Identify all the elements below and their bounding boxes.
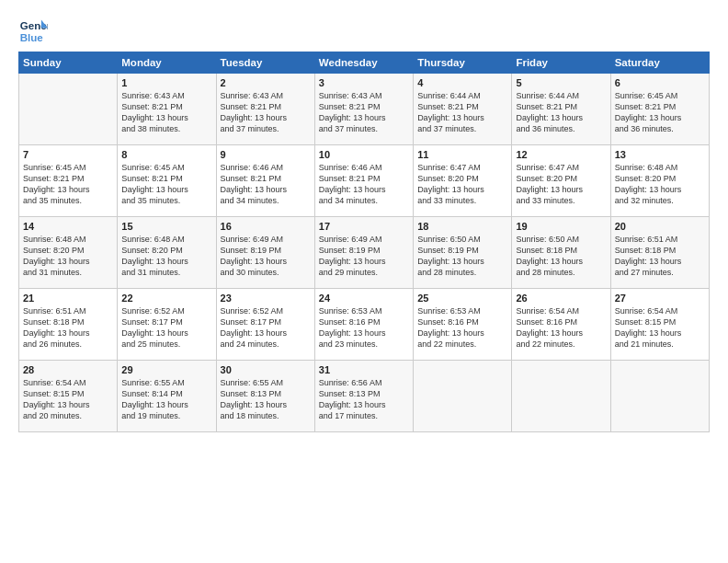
calendar-cell (512, 361, 610, 432)
day-number: 15 (121, 221, 211, 232)
calendar-cell: 23Sunrise: 6:52 AM Sunset: 8:17 PM Dayli… (216, 289, 314, 361)
day-number: 27 (615, 293, 705, 304)
calendar-cell: 5Sunrise: 6:44 AM Sunset: 8:21 PM Daylig… (512, 74, 610, 145)
logo-icon: General Blue (18, 17, 48, 46)
calendar-cell: 19Sunrise: 6:50 AM Sunset: 8:18 PM Dayli… (512, 217, 610, 289)
header: General Blue (18, 17, 710, 46)
day-number: 12 (516, 149, 606, 160)
day-number: 16 (221, 221, 311, 232)
calendar-cell (610, 361, 709, 432)
week-row-5: 28Sunrise: 6:54 AM Sunset: 8:15 PM Dayli… (19, 361, 710, 432)
day-number: 10 (319, 149, 409, 160)
svg-text:Blue: Blue (20, 32, 44, 43)
calendar-cell: 27Sunrise: 6:54 AM Sunset: 8:15 PM Dayli… (610, 289, 709, 361)
calendar-cell: 2Sunrise: 6:43 AM Sunset: 8:21 PM Daylig… (216, 74, 314, 145)
day-number: 17 (319, 221, 409, 232)
calendar-cell: 30Sunrise: 6:55 AM Sunset: 8:13 PM Dayli… (216, 361, 314, 432)
cell-content: Sunrise: 6:43 AM Sunset: 8:21 PM Dayligh… (221, 90, 311, 135)
column-headers: SundayMondayTuesdayWednesdayThursdayFrid… (19, 52, 710, 74)
calendar-cell: 12Sunrise: 6:47 AM Sunset: 8:20 PM Dayli… (512, 145, 610, 217)
calendar-cell: 6Sunrise: 6:45 AM Sunset: 8:21 PM Daylig… (610, 74, 709, 145)
calendar-cell: 17Sunrise: 6:49 AM Sunset: 8:19 PM Dayli… (314, 217, 413, 289)
calendar-cell: 15Sunrise: 6:48 AM Sunset: 8:20 PM Dayli… (118, 217, 216, 289)
column-header-sunday: Sunday (19, 52, 118, 74)
calendar-cell: 22Sunrise: 6:52 AM Sunset: 8:17 PM Dayli… (118, 289, 216, 361)
cell-content: Sunrise: 6:50 AM Sunset: 8:19 PM Dayligh… (417, 234, 507, 279)
cell-content: Sunrise: 6:48 AM Sunset: 8:20 PM Dayligh… (615, 162, 705, 207)
calendar-cell: 16Sunrise: 6:49 AM Sunset: 8:19 PM Dayli… (216, 217, 314, 289)
page-container: General Blue SundayMondayTuesdayWednesda… (0, 0, 728, 442)
day-number: 23 (221, 293, 311, 304)
calendar-cell (19, 74, 118, 145)
cell-content: Sunrise: 6:48 AM Sunset: 8:20 PM Dayligh… (23, 234, 113, 279)
cell-content: Sunrise: 6:44 AM Sunset: 8:21 PM Dayligh… (417, 90, 507, 135)
column-header-friday: Friday (512, 52, 610, 74)
cell-content: Sunrise: 6:52 AM Sunset: 8:17 PM Dayligh… (121, 305, 211, 350)
calendar-cell: 20Sunrise: 6:51 AM Sunset: 8:18 PM Dayli… (610, 217, 709, 289)
calendar-cell: 11Sunrise: 6:47 AM Sunset: 8:20 PM Dayli… (414, 145, 512, 217)
column-header-monday: Monday (118, 52, 216, 74)
cell-content: Sunrise: 6:45 AM Sunset: 8:21 PM Dayligh… (615, 90, 705, 135)
week-row-2: 7Sunrise: 6:45 AM Sunset: 8:21 PM Daylig… (19, 145, 710, 217)
calendar-cell: 28Sunrise: 6:54 AM Sunset: 8:15 PM Dayli… (19, 361, 118, 432)
calendar-table: SundayMondayTuesdayWednesdayThursdayFrid… (18, 52, 710, 432)
calendar-cell: 31Sunrise: 6:56 AM Sunset: 8:13 PM Dayli… (314, 361, 413, 432)
day-number: 25 (417, 293, 507, 304)
day-number: 9 (221, 149, 311, 160)
calendar-cell: 25Sunrise: 6:53 AM Sunset: 8:16 PM Dayli… (414, 289, 512, 361)
cell-content: Sunrise: 6:50 AM Sunset: 8:18 PM Dayligh… (516, 234, 606, 279)
calendar-cell: 26Sunrise: 6:54 AM Sunset: 8:16 PM Dayli… (512, 289, 610, 361)
day-number: 21 (23, 293, 113, 304)
logo: General Blue (18, 17, 48, 46)
cell-content: Sunrise: 6:49 AM Sunset: 8:19 PM Dayligh… (319, 234, 409, 279)
day-number: 11 (417, 149, 507, 160)
day-number: 7 (23, 149, 113, 160)
calendar-cell: 1Sunrise: 6:43 AM Sunset: 8:21 PM Daylig… (118, 74, 216, 145)
cell-content: Sunrise: 6:49 AM Sunset: 8:19 PM Dayligh… (221, 234, 311, 279)
day-number: 6 (615, 77, 705, 88)
cell-content: Sunrise: 6:46 AM Sunset: 8:21 PM Dayligh… (221, 162, 311, 207)
calendar-cell: 4Sunrise: 6:44 AM Sunset: 8:21 PM Daylig… (414, 74, 512, 145)
calendar-body: 1Sunrise: 6:43 AM Sunset: 8:21 PM Daylig… (19, 74, 710, 432)
cell-content: Sunrise: 6:45 AM Sunset: 8:21 PM Dayligh… (23, 162, 113, 207)
cell-content: Sunrise: 6:47 AM Sunset: 8:20 PM Dayligh… (516, 162, 606, 207)
day-number: 1 (121, 77, 211, 88)
day-number: 3 (319, 77, 409, 88)
calendar-cell: 24Sunrise: 6:53 AM Sunset: 8:16 PM Dayli… (314, 289, 413, 361)
day-number: 31 (319, 364, 409, 375)
calendar-cell: 13Sunrise: 6:48 AM Sunset: 8:20 PM Dayli… (610, 145, 709, 217)
day-number: 19 (516, 221, 606, 232)
cell-content: Sunrise: 6:51 AM Sunset: 8:18 PM Dayligh… (615, 234, 705, 279)
day-number: 28 (23, 364, 113, 375)
column-header-wednesday: Wednesday (314, 52, 413, 74)
calendar-cell: 29Sunrise: 6:55 AM Sunset: 8:14 PM Dayli… (118, 361, 216, 432)
day-number: 24 (319, 293, 409, 304)
cell-content: Sunrise: 6:56 AM Sunset: 8:13 PM Dayligh… (319, 377, 409, 422)
calendar-cell: 10Sunrise: 6:46 AM Sunset: 8:21 PM Dayli… (314, 145, 413, 217)
calendar-cell: 9Sunrise: 6:46 AM Sunset: 8:21 PM Daylig… (216, 145, 314, 217)
day-number: 4 (417, 77, 507, 88)
cell-content: Sunrise: 6:54 AM Sunset: 8:16 PM Dayligh… (516, 305, 606, 350)
calendar-cell: 21Sunrise: 6:51 AM Sunset: 8:18 PM Dayli… (19, 289, 118, 361)
cell-content: Sunrise: 6:48 AM Sunset: 8:20 PM Dayligh… (121, 234, 211, 279)
cell-content: Sunrise: 6:54 AM Sunset: 8:15 PM Dayligh… (23, 377, 113, 422)
day-number: 29 (121, 364, 211, 375)
cell-content: Sunrise: 6:54 AM Sunset: 8:15 PM Dayligh… (615, 305, 705, 350)
cell-content: Sunrise: 6:44 AM Sunset: 8:21 PM Dayligh… (516, 90, 606, 135)
cell-content: Sunrise: 6:52 AM Sunset: 8:17 PM Dayligh… (221, 305, 311, 350)
cell-content: Sunrise: 6:53 AM Sunset: 8:16 PM Dayligh… (319, 305, 409, 350)
day-number: 22 (121, 293, 211, 304)
cell-content: Sunrise: 6:47 AM Sunset: 8:20 PM Dayligh… (417, 162, 507, 207)
cell-content: Sunrise: 6:55 AM Sunset: 8:14 PM Dayligh… (121, 377, 211, 422)
calendar-cell: 3Sunrise: 6:43 AM Sunset: 8:21 PM Daylig… (314, 74, 413, 145)
week-row-4: 21Sunrise: 6:51 AM Sunset: 8:18 PM Dayli… (19, 289, 710, 361)
cell-content: Sunrise: 6:55 AM Sunset: 8:13 PM Dayligh… (221, 377, 311, 422)
day-number: 30 (221, 364, 311, 375)
calendar-cell: 8Sunrise: 6:45 AM Sunset: 8:21 PM Daylig… (118, 145, 216, 217)
day-number: 8 (121, 149, 211, 160)
day-number: 20 (615, 221, 705, 232)
calendar-cell (414, 361, 512, 432)
column-header-tuesday: Tuesday (216, 52, 314, 74)
calendar-cell: 18Sunrise: 6:50 AM Sunset: 8:19 PM Dayli… (414, 217, 512, 289)
day-number: 5 (516, 77, 606, 88)
